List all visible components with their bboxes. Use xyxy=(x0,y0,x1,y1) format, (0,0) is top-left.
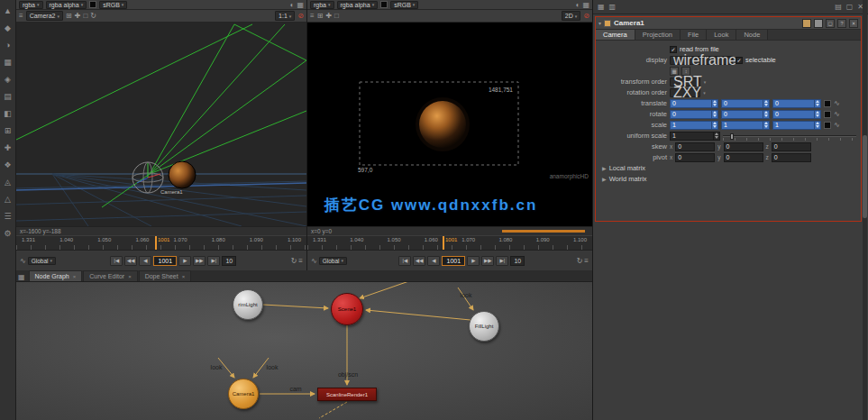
spinner-icon[interactable] xyxy=(814,122,820,129)
step-forward-button[interactable]: ▶ xyxy=(178,256,191,266)
animation-menu-icon[interactable]: ∿ xyxy=(834,110,840,118)
spinner-icon[interactable] xyxy=(713,132,719,140)
color-picker-icon[interactable] xyxy=(824,100,831,107)
step-forward-button[interactable]: ▶ xyxy=(467,256,480,266)
channel-tool-icon[interactable]: ▦ xyxy=(1,53,15,70)
filter-tool-icon[interactable]: ▤ xyxy=(1,87,15,105)
views-tool-icon[interactable]: △ xyxy=(1,190,15,207)
gamma-icon[interactable]: ▦ xyxy=(582,1,589,9)
node-filllight[interactable]: FillLight xyxy=(469,311,499,342)
viewport-2d[interactable]: 1481,751 597,0 anamorphicHD xyxy=(307,23,592,226)
selectable-checkbox[interactable]: ✓ xyxy=(736,57,743,64)
tab-camera[interactable]: Camera xyxy=(596,30,635,40)
uniform-scale-field[interactable]: 1 xyxy=(670,132,720,141)
scrollbar-thumb[interactable] xyxy=(863,135,867,218)
play-backward-button[interactable]: ◀◀ xyxy=(124,256,137,266)
scale-z-field[interactable]: 1 xyxy=(772,121,821,130)
camera-select-dropdown[interactable]: Camera2▾ xyxy=(26,11,63,21)
display-dropdown[interactable]: wireframe▾ xyxy=(670,56,733,65)
node-scene1[interactable]: Scene1 xyxy=(331,293,363,325)
help-icon[interactable]: ? xyxy=(837,19,846,28)
tab-dope-sheet[interactable]: Dope Sheet× xyxy=(139,270,192,281)
horizontal-scrollbar[interactable] xyxy=(502,230,585,233)
scale-x-field[interactable]: 1 xyxy=(670,121,718,130)
frame-ruler[interactable]: 1.3311.0401.0501.0601.0701.0801.0901.100… xyxy=(307,236,592,251)
expand-icon[interactable]: ▶ xyxy=(602,165,607,171)
gl-color-button[interactable] xyxy=(814,19,823,28)
frame-icon[interactable]: □ xyxy=(334,12,339,20)
color-picker-icon[interactable] xyxy=(824,122,831,129)
pivot-x-field[interactable]: 0 xyxy=(675,153,715,162)
grid-icon[interactable]: ⊞ xyxy=(66,12,72,20)
gain-icon[interactable]: ◐ xyxy=(576,1,580,9)
transform-tool-icon[interactable]: ✚ xyxy=(1,139,15,156)
loop-icon[interactable]: ↻ xyxy=(577,257,583,265)
loop-icon[interactable]: ↻ xyxy=(291,257,297,265)
current-frame-field[interactable]: 1001 xyxy=(442,256,465,266)
particles-tool-icon[interactable]: ◬ xyxy=(1,173,15,190)
play-backward-button[interactable]: ◀◀ xyxy=(413,256,425,266)
tab-look[interactable]: Look xyxy=(707,30,736,40)
layers-dropdown[interactable]: rgba alpha▾ xyxy=(337,1,379,9)
slider-thumb[interactable] xyxy=(730,133,734,140)
color-tool-icon[interactable]: ◈ xyxy=(1,70,15,87)
tile-color-button[interactable] xyxy=(802,19,811,28)
node-color-swatch[interactable] xyxy=(604,20,611,27)
colorspace-dropdown[interactable]: sRGB▾ xyxy=(390,1,418,9)
skew-x-field[interactable]: 0 xyxy=(675,142,715,151)
merge-tool-icon[interactable]: ⊞ xyxy=(1,122,15,139)
colorspace-dropdown[interactable]: sRGB▾ xyxy=(99,1,127,9)
view-mode-dropdown[interactable]: 2D▾ xyxy=(562,11,580,21)
spinner-icon[interactable] xyxy=(763,100,769,107)
play-forward-button[interactable]: ▶▶ xyxy=(193,256,206,266)
node-rimlight[interactable]: rimLight xyxy=(233,289,263,320)
spinner-icon[interactable] xyxy=(814,100,820,107)
translate-z-field[interactable]: 0 xyxy=(772,99,821,108)
pan-icon[interactable]: ✚ xyxy=(325,12,332,20)
scale-y-field[interactable]: 1 xyxy=(721,121,770,130)
keyer-tool-icon[interactable]: ◧ xyxy=(1,105,15,122)
node-graph-canvas[interactable]: look look look obj/scn cam rimLight Scen… xyxy=(16,282,592,420)
layers-dropdown[interactable]: rgba alpha▾ xyxy=(46,1,87,9)
current-frame-field[interactable]: 1001 xyxy=(153,256,177,266)
spinner-icon[interactable] xyxy=(711,100,717,107)
close-icon[interactable]: ✕ xyxy=(849,19,858,28)
skip-start-button[interactable]: |◀ xyxy=(398,256,411,266)
spinner-icon[interactable] xyxy=(814,111,820,118)
frame-range-dropdown[interactable]: Global▾ xyxy=(28,257,56,265)
tab-curve-editor[interactable]: Curve Editor× xyxy=(83,270,137,281)
gamma-icon[interactable]: ▦ xyxy=(297,1,304,9)
3d-tool-icon[interactable]: ❖ xyxy=(1,156,15,173)
layout-icon[interactable]: ▤ xyxy=(835,3,842,11)
channels-dropdown[interactable]: rgba▾ xyxy=(310,1,334,9)
image-tool-icon[interactable]: ▲ xyxy=(1,2,15,19)
step-back-button[interactable]: ◀ xyxy=(139,256,151,266)
panel-menu-icon[interactable]: ▦ xyxy=(18,273,25,281)
properties-menu-icon[interactable]: ▦ xyxy=(598,3,605,11)
grid-icon[interactable]: ⊞ xyxy=(317,12,324,20)
pin-icon[interactable]: ▥ xyxy=(609,3,617,11)
translate-x-field[interactable]: 0 xyxy=(670,99,718,108)
timeline-menu-icon[interactable]: ≡ xyxy=(584,257,589,265)
background-swatch[interactable] xyxy=(89,1,96,8)
float-icon[interactable]: ▢ xyxy=(846,3,854,11)
expand-icon[interactable]: ▶ xyxy=(602,176,607,182)
spinner-icon[interactable] xyxy=(763,122,769,129)
rotate-x-field[interactable]: 0 xyxy=(670,110,718,119)
tab-node[interactable]: Node xyxy=(736,30,768,40)
animation-menu-icon[interactable]: ∿ xyxy=(834,121,840,129)
skip-start-button[interactable]: |◀ xyxy=(110,256,123,266)
spinner-icon[interactable] xyxy=(711,111,717,118)
settings-icon[interactable]: ⚙ xyxy=(1,224,15,242)
disable-icon[interactable]: ⊘ xyxy=(297,12,304,20)
spinner-icon[interactable] xyxy=(711,122,717,129)
timeline-menu-icon[interactable]: ≡ xyxy=(298,257,303,265)
color-picker-icon[interactable] xyxy=(824,111,831,118)
tab-node-graph[interactable]: Node Graph× xyxy=(29,270,83,281)
close-icon[interactable]: × xyxy=(73,274,77,279)
node-scanlinerender1[interactable]: ScanlineRender1 xyxy=(317,388,377,401)
skip-end-button[interactable]: ▶| xyxy=(207,256,220,266)
pan-icon[interactable]: ✚ xyxy=(75,12,81,20)
close-icon[interactable]: × xyxy=(128,274,132,279)
animation-menu-icon[interactable]: ∿ xyxy=(834,99,840,107)
